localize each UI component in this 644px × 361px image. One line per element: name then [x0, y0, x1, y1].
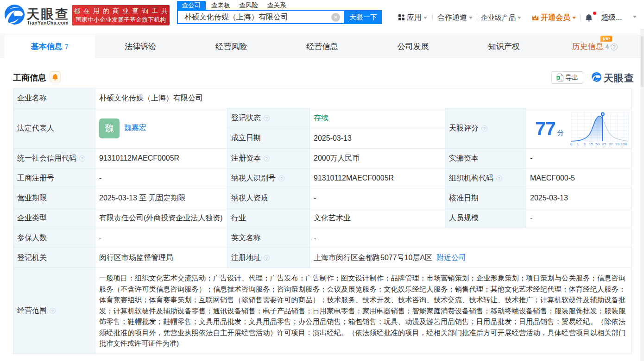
- svg-text:85: 85: [602, 142, 606, 146]
- svg-text:1: 1: [577, 142, 579, 146]
- svg-text:97: 97: [609, 142, 613, 146]
- svg-text:50: 50: [595, 142, 600, 146]
- svg-text:0: 0: [570, 142, 573, 146]
- svg-text:100: 100: [621, 142, 627, 146]
- svg-text:99: 99: [615, 142, 619, 146]
- svg-text:15: 15: [589, 142, 593, 146]
- svg-text:3: 3: [583, 142, 586, 146]
